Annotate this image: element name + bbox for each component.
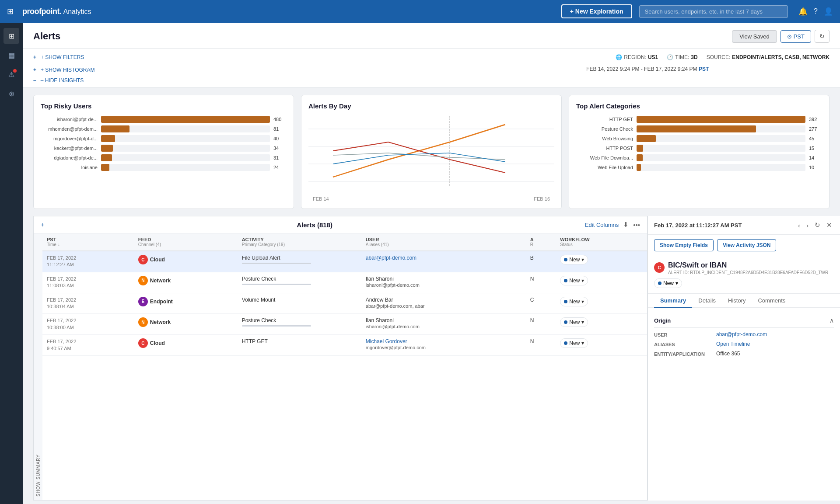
bar-value: 45	[809, 136, 822, 141]
table-row[interactable]: FEB 17, 202210:38:00 AM N Network Postur…	[42, 314, 647, 335]
sidebar-search-icon[interactable]: ⊕	[4, 86, 19, 101]
bar-label: HTTP GET	[576, 117, 633, 122]
workflow-cell: New ▾	[556, 335, 647, 356]
user-avatar-icon[interactable]: 👤	[824, 7, 833, 16]
tab-details[interactable]: Details	[692, 294, 722, 308]
sidebar-home-icon[interactable]: ⊞	[4, 28, 19, 44]
bar-fill	[101, 116, 270, 123]
ar-cell: C	[526, 293, 556, 314]
grid-icon[interactable]: ⊞	[7, 7, 14, 16]
sidebar-alert-icon[interactable]: ⚠	[4, 66, 19, 82]
edit-columns-button[interactable]: Edit Columns	[585, 222, 619, 228]
show-histogram-label[interactable]: + SHOW HISTOGRAM	[41, 67, 94, 73]
show-empty-fields-button[interactable]: Show Empty Fields	[654, 239, 714, 251]
sidebar-dashboard-icon[interactable]: ▦	[4, 47, 19, 63]
tab-history[interactable]: History	[722, 294, 752, 308]
workflow-dropdown-arrow: ▾	[581, 299, 584, 305]
bar-track	[101, 125, 270, 132]
user-cell: abar@pfpt-demo.com	[361, 251, 526, 272]
feed-badge: E Endpoint	[138, 297, 173, 306]
status-dot	[564, 279, 567, 282]
view-activity-json-button[interactable]: View Activity JSON	[717, 239, 776, 251]
pst-button[interactable]: ⊙ PST	[780, 30, 811, 43]
refresh-button[interactable]: ↻	[815, 30, 830, 43]
workflow-status: New	[569, 299, 580, 305]
user-cell: Andrew Bar abar@pfpt-demo.com, abar	[361, 293, 526, 314]
table-row[interactable]: FEB 17, 202211:12:27 AM C Cloud File Upl…	[42, 251, 647, 272]
bar-label: Web Browsing	[576, 136, 633, 141]
search-input[interactable]	[639, 5, 788, 18]
feed-icon: N	[138, 317, 148, 327]
workflow-dropdown-icon: ▾	[676, 280, 678, 286]
user-alias: isharoni@pfpt-demo.com	[366, 282, 420, 288]
alerts-table: PSTTime ↓ FEEDChannel (4) ACTIVITYPrimar…	[42, 233, 647, 356]
entity-field-value: Office 365	[716, 351, 740, 357]
region-value: US1	[648, 54, 658, 60]
next-alert-button[interactable]: ›	[805, 221, 810, 230]
tab-comments[interactable]: Comments	[752, 294, 791, 308]
col-feed: FEEDChannel (4)	[134, 233, 238, 251]
user-field: USER abar@pfpt-demo.com	[654, 331, 834, 337]
workflow-status: New	[569, 319, 580, 325]
download-icon[interactable]: ⬇	[623, 221, 629, 229]
view-saved-button[interactable]: View Saved	[732, 30, 777, 43]
table-row[interactable]: FEB 17, 202210:38:04 AM E Endpoint Volum…	[42, 293, 647, 314]
workflow-dropdown-arrow: ▾	[581, 319, 584, 325]
table-scroll: PSTTime ↓ FEEDChannel (4) ACTIVITYPrimar…	[42, 233, 647, 500]
add-alert-icon[interactable]: +	[41, 221, 44, 228]
user-alias: mgordover@pfpt-demo.com	[366, 345, 426, 350]
entity-field-label: ENTITY/APPLICATION	[654, 351, 711, 357]
help-icon[interactable]: ?	[814, 7, 818, 16]
workflow-badge[interactable]: New ▾	[560, 255, 588, 264]
detail-panel-actions: Show Empty Fields View Activity JSON	[648, 235, 840, 256]
workflow-badge[interactable]: New ▾	[560, 317, 588, 327]
refresh-detail-button[interactable]: ↻	[813, 220, 822, 230]
source-label: SOURCE:	[707, 54, 731, 60]
workflow-badge[interactable]: New ▾	[560, 338, 588, 348]
collapse-origin-icon[interactable]: ∧	[830, 317, 834, 324]
bar-value: 14	[809, 155, 822, 160]
categories-chart: HTTP GET 392 Posture Check 277 Web Brows…	[576, 116, 822, 171]
feed-badge: C Cloud	[138, 255, 165, 264]
main-content: Alerts View Saved ⊙ PST ↻ + + SHOW FILTE…	[23, 23, 840, 504]
show-summary-bar[interactable]: SHOW SUMMARY	[34, 233, 42, 500]
alerts-table-actions: Edit Columns ⬇ •••	[585, 221, 640, 229]
notification-icon[interactable]: 🔔	[798, 7, 808, 16]
workflow-badge[interactable]: New ▾	[560, 276, 588, 285]
more-options-icon[interactable]: •••	[633, 221, 640, 229]
user-link[interactable]: abar@pfpt-demo.com	[366, 255, 416, 261]
table-row[interactable]: FEB 17, 202211:08:03 AM N Network Postur…	[42, 272, 647, 293]
show-filters-label[interactable]: + SHOW FILTERS	[41, 54, 84, 60]
alerts-table-title: Alerts (818)	[297, 221, 332, 229]
activity-cell: Posture Check	[238, 272, 361, 293]
feed-cell: C Cloud	[134, 335, 238, 356]
bar-track	[637, 154, 805, 161]
user-name: Andrew Bar	[366, 297, 393, 303]
prev-alert-button[interactable]: ‹	[796, 221, 802, 230]
close-detail-button[interactable]: ✕	[825, 220, 834, 230]
bar-track	[637, 145, 805, 152]
workflow-badge[interactable]: New ▾	[560, 297, 588, 306]
user-cell: Michael Gordover mgordover@pfpt-demo.com	[361, 335, 526, 356]
date-cell: FEB 17, 202211:12:27 AM	[42, 251, 134, 272]
user-link[interactable]: Michael Gordover	[366, 338, 407, 344]
bar-track	[637, 116, 805, 123]
feed-badge: N Network	[138, 276, 171, 285]
user-field-value[interactable]: abar@pfpt-demo.com	[716, 331, 767, 337]
new-exploration-button[interactable]: + New Exploration	[561, 4, 632, 18]
hide-insights-label[interactable]: – HIDE INSIGHTS	[41, 77, 84, 83]
bottom-section: + Alerts (818) Edit Columns ⬇ ••• SHOW S…	[23, 216, 840, 501]
user-cell: Ilan Sharoni isharoni@pfpt-demo.com	[361, 272, 526, 293]
entity-field: ENTITY/APPLICATION Office 365	[654, 351, 834, 357]
top-categories-title: Top Alert Categories	[576, 102, 822, 110]
user-field-label: USER	[654, 331, 711, 337]
table-row[interactable]: FEB 17, 20229:40:57 AM C Cloud HTTP GET …	[42, 335, 647, 356]
detail-timestamp: Feb 17, 2022 at 11:12:27 AM PST	[654, 222, 742, 229]
workflow-cell: New ▾	[556, 251, 647, 272]
aliases-field-value[interactable]: Open Timeline	[716, 341, 750, 347]
detail-workflow-badge[interactable]: New ▾	[654, 278, 682, 288]
status-dot	[564, 258, 567, 261]
list-item: keckert@pfpt-dem... 34	[41, 145, 287, 152]
bar-track	[101, 116, 270, 123]
tab-summary[interactable]: Summary	[654, 294, 692, 308]
